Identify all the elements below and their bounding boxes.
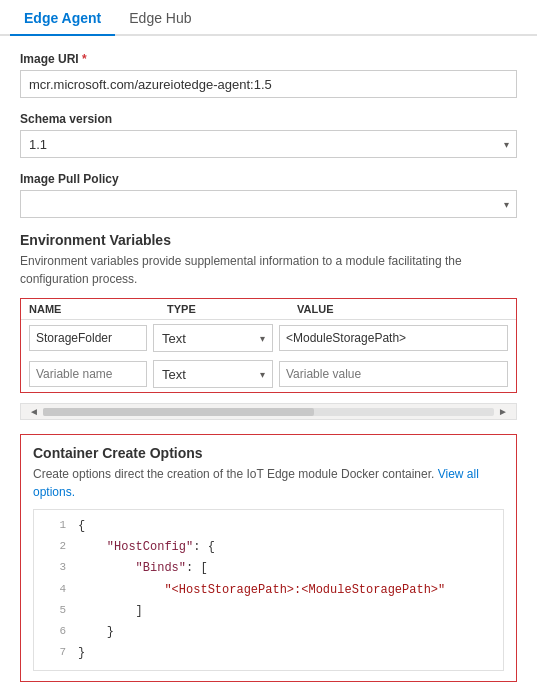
tab-edge-agent-label: Edge Agent <box>24 10 101 26</box>
tab-edge-hub[interactable]: Edge Hub <box>115 0 205 34</box>
code-line-7: 7 } <box>34 643 503 664</box>
env-new-value-input[interactable] <box>279 361 508 387</box>
env-variables-table: NAME TYPE VALUE Text ▾ <box>20 298 517 393</box>
env-type-select-wrapper-1: Text ▾ <box>153 324 273 352</box>
env-col-type-header: TYPE <box>159 303 289 315</box>
env-new-row: Text ▾ <box>21 356 516 392</box>
env-variables-heading: Environment Variables <box>20 232 517 248</box>
schema-version-label: Schema version <box>20 112 517 126</box>
env-value-input-1[interactable] <box>279 325 508 351</box>
env-variables-desc: Environment variables provide supplement… <box>20 252 517 288</box>
env-new-type-select-wrapper: Text ▾ <box>153 360 273 388</box>
env-col-name-header: NAME <box>29 303 159 315</box>
scroll-left-arrow-icon[interactable]: ◄ <box>25 406 43 417</box>
container-options-heading: Container Create Options <box>33 445 504 461</box>
schema-version-select[interactable]: 1.1 1.0 <box>20 130 517 158</box>
required-star: * <box>82 52 87 66</box>
schema-version-select-wrapper: 1.1 1.0 ▾ <box>20 130 517 158</box>
env-name-input-1[interactable] <box>29 325 147 351</box>
env-new-name-input[interactable] <box>29 361 147 387</box>
tab-edge-hub-label: Edge Hub <box>129 10 191 26</box>
code-line-3: 3 "Binds": [ <box>34 558 503 579</box>
image-pull-policy-group: Image Pull Policy on-failed never ▾ <box>20 172 517 218</box>
container-options-code: 1 { 2 "HostConfig": { 3 "Binds": [ 4 <box>33 509 504 671</box>
env-new-type-select[interactable]: Text <box>153 360 273 388</box>
env-variables-section: Environment Variables Environment variab… <box>20 232 517 420</box>
container-options-section: Container Create Options Create options … <box>20 434 517 682</box>
code-line-4: 4 "<HostStoragePath>:<ModuleStoragePath>… <box>34 580 503 601</box>
scrollbar-track[interactable] <box>43 408 494 416</box>
env-table-header-row: NAME TYPE VALUE <box>21 299 516 320</box>
image-uri-group: Image URI * <box>20 52 517 98</box>
image-uri-input[interactable] <box>20 70 517 98</box>
horizontal-scrollbar[interactable]: ◄ ► <box>20 403 517 420</box>
scroll-right-arrow-icon[interactable]: ► <box>494 406 512 417</box>
env-col-value-header: VALUE <box>289 303 508 315</box>
container-options-desc: Create options direct the creation of th… <box>33 465 504 501</box>
code-line-1: 1 { <box>34 516 503 537</box>
code-line-6: 6 } <box>34 622 503 643</box>
schema-version-group: Schema version 1.1 1.0 ▾ <box>20 112 517 158</box>
code-line-5: 5 ] <box>34 601 503 622</box>
env-type-select-1[interactable]: Text <box>153 324 273 352</box>
scrollbar-thumb <box>43 408 314 416</box>
tab-bar: Edge Agent Edge Hub <box>0 0 537 36</box>
image-pull-policy-label: Image Pull Policy <box>20 172 517 186</box>
image-pull-policy-select[interactable]: on-failed never <box>20 190 517 218</box>
code-line-2: 2 "HostConfig": { <box>34 537 503 558</box>
image-uri-label: Image URI * <box>20 52 517 66</box>
tab-edge-agent[interactable]: Edge Agent <box>10 0 115 36</box>
image-pull-policy-select-wrapper: on-failed never ▾ <box>20 190 517 218</box>
env-row-1: Text ▾ <box>21 320 516 356</box>
main-content: Image URI * Schema version 1.1 1.0 ▾ Ima… <box>0 36 537 687</box>
